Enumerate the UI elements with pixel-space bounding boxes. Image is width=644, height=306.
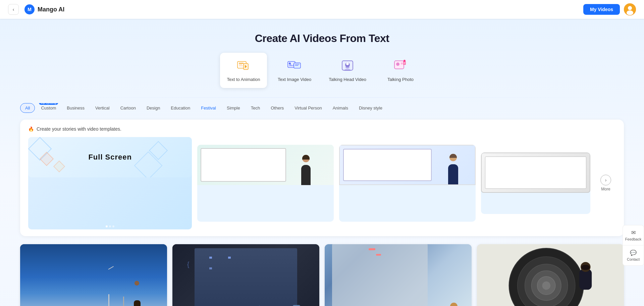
video-card-2[interactable]: { } Turn your still portrait image into …	[172, 244, 319, 306]
tool-cards-container: Text to Animation Text Image Video	[0, 53, 644, 88]
talking-head-label: Talking Head Video	[329, 77, 366, 83]
svg-point-20	[404, 60, 406, 62]
header-left: ‹ M Mango AI	[8, 4, 64, 15]
talking-head-icon	[339, 58, 356, 74]
svg-point-16	[345, 66, 350, 69]
banner-subtitle: Create your stories with video templates…	[37, 126, 121, 132]
banner-templates: Full Screen	[28, 137, 616, 229]
avatar[interactable]	[624, 3, 636, 15]
category-virtual-person[interactable]: Virtual Person	[290, 103, 326, 113]
svg-point-18	[396, 62, 399, 66]
svg-rect-27	[579, 269, 592, 290]
video-grid: Convert your text into video with a vivi…	[0, 244, 644, 306]
category-filter: All Lip-syncing Custom Business Vertical…	[0, 103, 644, 113]
svg-point-4	[627, 10, 633, 15]
banner-fire-icon: 🔥	[28, 126, 34, 132]
video-card-1[interactable]: Convert your text into video with a vivi…	[20, 244, 167, 306]
svg-point-15	[346, 62, 349, 65]
fullscreen-label: Full Screen	[88, 153, 132, 162]
template-fullscreen[interactable]: Full Screen	[28, 137, 192, 229]
more-label: More	[601, 187, 610, 191]
video-card-3[interactable]: Mango AI, the ultimate AI video tool for…	[325, 244, 472, 306]
text-to-animation-icon	[235, 58, 252, 74]
contact-icon: 💬	[630, 250, 637, 256]
tool-card-talking-head[interactable]: Talking Head Video	[322, 53, 373, 88]
template-3[interactable]	[481, 152, 590, 214]
logo-text: Mango AI	[38, 6, 64, 13]
svg-point-19	[401, 62, 403, 64]
divider	[20, 97, 624, 98]
contact-button[interactable]: 💬 Contact	[623, 245, 644, 266]
category-business[interactable]: Business	[62, 103, 89, 113]
featured-banner: 🔥 Create your stories with video templat…	[20, 120, 624, 236]
lip-sync-badge: Lip-syncing	[39, 103, 58, 105]
dot-indicators	[106, 225, 114, 227]
back-button[interactable]: ‹	[8, 4, 19, 15]
side-panel: ✉ Feedback 💬 Contact	[623, 225, 644, 266]
category-education[interactable]: Education	[166, 103, 195, 113]
category-vertical[interactable]: Vertical	[91, 103, 114, 113]
feedback-button[interactable]: ✉ Feedback	[623, 225, 644, 245]
more-button[interactable]: › More	[596, 175, 616, 191]
text-image-video-icon	[286, 58, 303, 74]
tool-card-text-image-video[interactable]: Text Image Video	[271, 53, 318, 88]
more-circle-icon: ›	[600, 175, 611, 185]
category-cartoon[interactable]: Cartoon	[116, 103, 141, 113]
banner-header: 🔥 Create your stories with video templat…	[28, 126, 616, 132]
feedback-label: Feedback	[625, 237, 641, 241]
category-animals[interactable]: Animals	[328, 103, 353, 113]
feedback-icon: ✉	[631, 229, 636, 236]
template-presenter-1[interactable]	[197, 145, 334, 222]
svg-point-26	[542, 281, 550, 290]
svg-rect-8	[239, 65, 243, 66]
header: ‹ M Mango AI My Videos	[0, 0, 644, 19]
template-presenter-2[interactable]	[339, 145, 476, 222]
category-simple[interactable]: Simple	[222, 103, 245, 113]
my-videos-button[interactable]: My Videos	[583, 4, 620, 15]
logo-icon: M	[24, 4, 35, 15]
talking-photo-icon	[392, 58, 409, 74]
category-design[interactable]: Design	[142, 103, 165, 113]
category-tech[interactable]: Tech	[246, 103, 265, 113]
video-card-4[interactable]: Convert your text into video with a vivi…	[477, 244, 624, 306]
svg-rect-29	[581, 265, 590, 270]
talking-photo-label: Talking Photo	[387, 77, 414, 83]
tool-card-talking-photo[interactable]: Talking Photo	[377, 53, 424, 88]
header-right: My Videos	[583, 3, 636, 15]
page-title: Create AI Videos From Text	[0, 19, 644, 53]
text-to-animation-label: Text to Animation	[227, 77, 260, 83]
category-custom[interactable]: Lip-syncing Custom	[36, 103, 61, 113]
category-all[interactable]: All	[20, 103, 35, 113]
svg-point-3	[628, 6, 632, 10]
main-content: Create AI Videos From Text Text to Anima…	[0, 19, 644, 306]
category-others[interactable]: Others	[266, 103, 288, 113]
category-festival[interactable]: Festival	[196, 103, 221, 113]
svg-rect-6	[239, 63, 244, 64]
contact-label: Contact	[627, 257, 640, 261]
category-disney-style[interactable]: Disney style	[354, 103, 387, 113]
logo: M Mango AI	[24, 4, 64, 15]
tool-card-text-to-animation[interactable]: Text to Animation	[220, 53, 267, 88]
svg-rect-7	[239, 64, 242, 65]
text-image-video-label: Text Image Video	[278, 77, 311, 83]
svg-text:M: M	[28, 7, 32, 12]
